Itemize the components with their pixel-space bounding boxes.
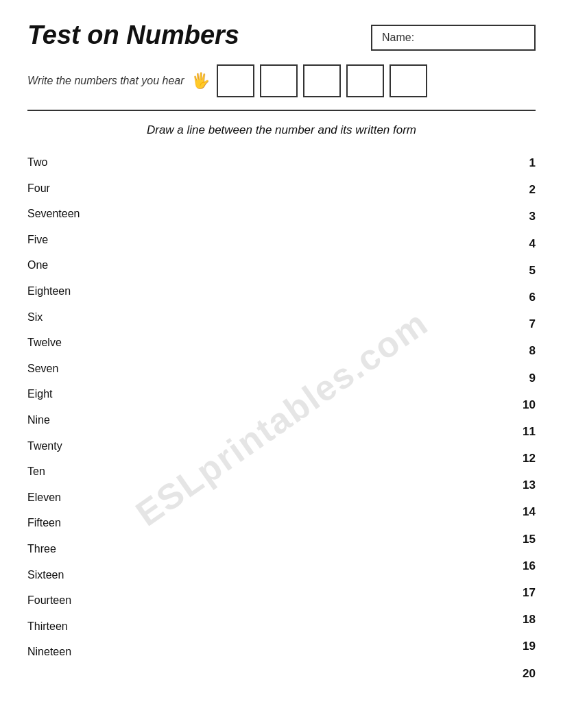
word-item-18: Fourteen [27, 587, 80, 614]
answer-boxes [217, 64, 427, 97]
word-item-19: Thirteen [27, 614, 80, 640]
number-item-2: 2 [529, 176, 536, 203]
word-item-4: Five [27, 227, 80, 253]
word-item-13: Ten [27, 459, 80, 485]
number-item-8: 8 [529, 337, 536, 364]
word-item-10: Eight [27, 381, 80, 407]
answer-box-1[interactable] [217, 64, 254, 97]
answer-box-3[interactable] [303, 64, 341, 97]
word-item-8: Twelve [27, 330, 80, 356]
word-item-9: Seven [27, 356, 80, 382]
instruction-text: Draw a line between the number and its w… [27, 123, 536, 137]
watermark: ESLprintables.com [128, 302, 435, 534]
page-title: Test on Numbers [27, 21, 239, 50]
number-item-19: 19 [523, 633, 536, 659]
answer-box-4[interactable] [346, 64, 384, 97]
words-column: TwoFourSeventeenFiveOneEighteenSixTwelve… [27, 149, 80, 687]
word-item-11: Nine [27, 407, 80, 433]
number-item-3: 3 [529, 203, 536, 230]
name-label: Name: [382, 32, 414, 43]
matching-section: TwoFourSeventeenFiveOneEighteenSixTwelve… [27, 149, 536, 687]
number-item-18: 18 [523, 606, 536, 633]
word-item-6: Eighteen [27, 278, 80, 304]
number-item-4: 4 [529, 230, 536, 257]
numbers-column: 1234567891011121314151617181920 [523, 149, 536, 687]
section-divider [27, 110, 536, 111]
number-item-7: 7 [529, 311, 536, 337]
number-item-1: 1 [529, 149, 536, 176]
number-item-16: 16 [523, 553, 536, 579]
number-item-12: 12 [523, 445, 536, 472]
word-item-1: Two [27, 149, 80, 175]
word-item-12: Twenty [27, 433, 80, 459]
word-item-2: Four [27, 175, 80, 202]
number-item-14: 14 [523, 498, 536, 525]
number-item-10: 10 [523, 391, 536, 418]
word-item-14: Eleven [27, 485, 80, 511]
answer-box-2[interactable] [260, 64, 298, 97]
number-item-9: 9 [529, 365, 536, 391]
word-item-7: Six [27, 304, 80, 330]
number-item-11: 11 [523, 418, 536, 445]
number-item-17: 17 [523, 579, 536, 606]
answer-box-5[interactable] [390, 64, 427, 97]
ear-icon: 🖐 [191, 72, 210, 90]
word-item-3: Seventeen [27, 201, 80, 227]
name-field[interactable]: Name: [371, 25, 536, 51]
listen-label: Write the numbers that you hear [27, 75, 184, 87]
word-item-20: Nineteen [27, 639, 80, 665]
word-item-5: One [27, 252, 80, 278]
number-item-20: 20 [523, 660, 536, 687]
word-item-16: Three [27, 536, 80, 562]
word-item-17: Sixteen [27, 562, 80, 588]
number-item-15: 15 [523, 526, 536, 553]
listen-section: Write the numbers that you hear 🖐 [27, 64, 536, 97]
number-item-5: 5 [529, 257, 536, 284]
number-item-6: 6 [529, 284, 536, 311]
page-header: Test on Numbers Name: [27, 21, 536, 51]
word-item-15: Fifteen [27, 510, 80, 536]
number-item-13: 13 [523, 472, 536, 498]
